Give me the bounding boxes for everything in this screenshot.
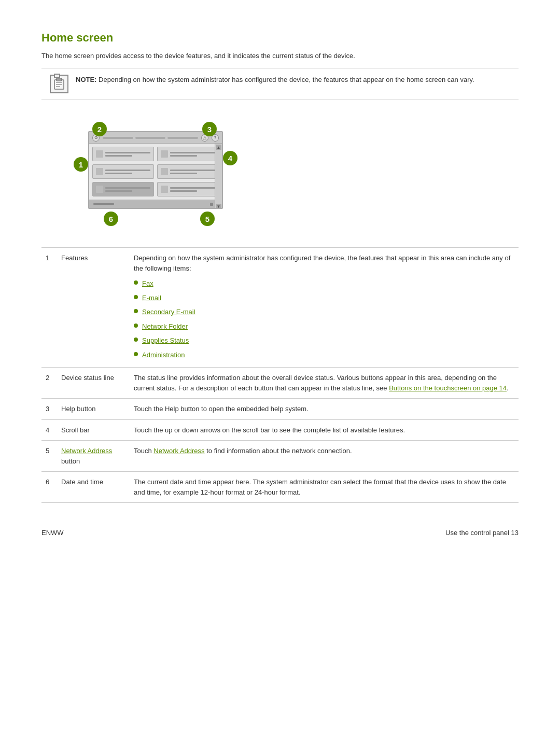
row-4-desc: Touch the up or down arrows on the scrol… [130,419,519,441]
bullet-dot-secondary-email [134,309,138,313]
row-6-label: Date and time [57,472,130,503]
screen-bottom-bar [89,200,222,208]
row-4-num: 4 [41,419,57,441]
table-row-5: 5 Network Address button Touch Network A… [41,441,519,472]
scroll-up-arrow[interactable]: ▲ [216,145,221,150]
screen-btn-2 [92,164,154,179]
btn-icon-5 [161,168,168,175]
row-1-label: Features [57,248,130,368]
bullet-label-secondary-email: Secondary E-mail [142,307,195,317]
btn-line-1b [105,155,132,157]
bullet-label-administration: Administration [142,350,185,360]
bullet-dot-network-folder [134,324,138,328]
row-1-num: 1 [41,248,57,368]
btn-line-2a [105,170,150,171]
badge-4: 4 [223,151,237,165]
btn-line-3a [105,187,150,189]
note-box: NOTE: Depending on how the system admini… [41,68,519,100]
row-2-label: Device status line [57,368,130,399]
bottom-dot-1 [210,203,213,206]
status-line-3 [167,137,198,139]
btn-icon-3 [96,186,103,193]
row-5-label: Network Address button [57,441,130,472]
screen-left-col [92,147,154,196]
bullet-dot-supplies-status [134,338,138,342]
bullet-dot-email [134,295,138,299]
table-row-1: 1 Features Depending on how the system a… [41,248,519,368]
btn-lines-2 [105,170,150,174]
row-3-num: 3 [41,399,57,420]
screen-btn-3 [92,182,154,196]
page-title: Home screen [41,31,519,45]
bullet-supplies-status: Supplies Status [134,333,514,348]
intro-text: The home screen provides access to the d… [41,52,519,60]
bullet-email: E-mail [134,291,514,305]
badge-5: 5 [200,212,215,226]
row-2-suffix: . [507,384,509,392]
btn-lines-4 [170,152,215,157]
row-1-bullet-list: Fax E-mail Secondary E-mail Network Fold… [134,273,514,362]
row-2-desc: The status line provides information abo… [130,368,519,399]
badge-3: 3 [202,122,217,136]
status-line-2 [135,137,166,139]
screen-content: ▲ ▼ [89,144,222,200]
note-icon [50,75,68,93]
btn-lines-1 [105,152,150,157]
btn-icon-4 [161,150,168,158]
bullet-fax: Fax [134,276,514,291]
bullet-label-fax: Fax [142,278,153,289]
row-2-link[interactable]: Buttons on the touchscreen on page 14 [389,384,507,392]
btn-line-3b [105,190,132,192]
row-5-desc: Touch Network Address to find informatio… [130,441,519,472]
footer-left: ENWW [41,529,64,537]
btn-line-6b [170,190,197,192]
screen-btn-1 [92,147,154,161]
btn-line-5a [170,170,215,171]
scroll-down-arrow[interactable]: ▼ [216,204,221,209]
bullet-secondary-email: Secondary E-mail [134,305,514,319]
status-line-1 [103,137,133,139]
table-row-2: 2 Device status line The status line pro… [41,368,519,399]
bottom-line-left [93,203,114,205]
btn-line-1a [105,152,150,153]
reference-table: 1 Features Depending on how the system a… [41,247,519,503]
btn-line-5b [170,173,197,174]
btn-line-6a [170,187,215,189]
bullet-label-network-folder: Network Folder [142,321,188,332]
screen-btn-4 [157,147,219,161]
badge-6: 6 [104,212,118,226]
bullet-dot-administration [134,352,138,356]
row-5-num: 5 [41,441,57,472]
table-row-3: 3 Help button Touch the Help button to o… [41,399,519,420]
screen-center-status [100,137,201,139]
screen-status-bar: ⊙ △ ? [89,132,222,144]
row-5-suffix: to find information about the network co… [205,447,352,455]
diagram-container: ⊙ △ ? [41,110,519,235]
row-1-desc-text: Depending on how the system administrato… [134,254,510,272]
diagram-wrapper: ⊙ △ ? [52,116,249,230]
row-2-num: 2 [41,368,57,399]
row-5-label-link: Network Address [61,447,112,455]
footer-right: Use the control panel 13 [445,529,519,537]
note-body: Depending on how the system administrato… [99,76,474,83]
table-row-6: 6 Date and time The current date and tim… [41,472,519,503]
page-footer: ENWW Use the control panel 13 [41,524,519,537]
btn-lines-6 [170,187,215,192]
row-4-label: Scroll bar [57,419,130,441]
row-6-num: 6 [41,472,57,503]
badge-2: 2 [92,122,107,136]
bullet-dot-fax [134,280,138,285]
screen-right-col [157,147,219,196]
mock-screen: ⊙ △ ? [88,131,223,209]
note-text-content: NOTE: Depending on how the system admini… [76,75,474,85]
btn-lines-5 [170,170,215,174]
note-label: NOTE: [76,76,96,83]
row-5-link[interactable]: Network Address [153,447,204,455]
row-3-desc: Touch the Help button to open the embedd… [130,399,519,420]
bullet-administration: Administration [134,348,514,362]
screen-scroll-bar[interactable]: ▲ ▼ [215,144,222,209]
btn-icon-1 [96,150,103,158]
row-5-prefix: Touch [134,447,153,455]
row-5-label-button: button [61,457,80,465]
bullet-network-folder: Network Folder [134,319,514,334]
